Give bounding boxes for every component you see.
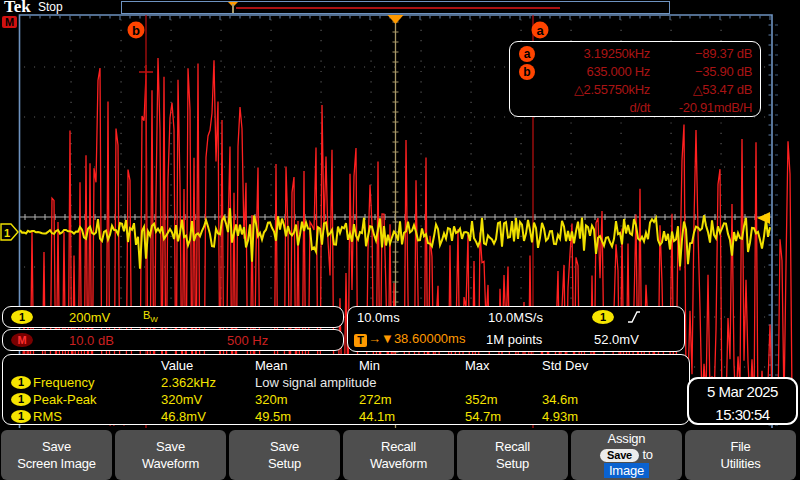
svg-text:b: b (132, 23, 140, 38)
svg-text:a: a (536, 23, 544, 38)
measurement-row-peakpeak: 1 Peak-Peak 320mV 320m 272m 352m 34.6m (3, 392, 689, 408)
save-screen-image-button[interactable]: SaveScreen Image (1, 430, 112, 480)
softkey-menu-bar: SaveScreen Image SaveWaveform SaveSetup … (0, 428, 800, 480)
measurement-max: 54.7m (465, 409, 501, 424)
measurement-row-rms: 1 RMS 46.8mV 49.5m 44.1m 54.7m 4.93m (3, 409, 689, 425)
timebase: 10.0ms (357, 310, 400, 325)
measurement-row-frequency: 1 Frequency 2.362kHz Low signal amplitud… (3, 375, 689, 391)
measurement-std: 34.6m (542, 392, 578, 407)
header-min: Min (359, 358, 380, 373)
measurement-value: 46.8mV (161, 409, 206, 424)
trigger-delay: T→▼38.60000ms (354, 331, 465, 347)
cursor-a-frequency: 3.19250kHz (584, 46, 650, 61)
record-math-window-line (236, 7, 560, 9)
row-source-badge: 1 (11, 410, 31, 423)
rising-edge-icon (626, 309, 642, 325)
channel1-readout-bar: 1 200mV BW (2, 306, 344, 328)
recall-setup-button[interactable]: RecallSetup (457, 430, 568, 480)
measurement-min: 44.1m (359, 409, 395, 424)
math-badge: M (11, 333, 33, 347)
record-view-bar (121, 1, 670, 14)
cursor-b-badge-icon: b (519, 64, 535, 80)
cursor-slope-row: d/dt -20.91mdB/H (510, 99, 760, 117)
svg-text:1: 1 (4, 227, 10, 239)
measurement-value: 2.362kHz (161, 375, 216, 390)
measurement-mean: 320m (255, 392, 288, 407)
measurement-name: Peak-Peak (33, 392, 97, 407)
record-length: 1M points (486, 332, 542, 347)
header-max: Max (465, 358, 490, 373)
recall-waveform-button[interactable]: RecallWaveform (343, 430, 454, 480)
cursor-b-row: b 635.000 Hz −35.90 dB (510, 63, 760, 81)
acquisition-status: Stop (38, 0, 63, 14)
save-key-icon: Save (600, 449, 639, 462)
cursor-delta-frequency: △2.55750kHz (574, 82, 650, 97)
oscilloscope-screen: Tek Stop baM1 a 3.19250kHz −89.37 dB b 6… (0, 0, 800, 480)
measurement-note: Low signal amplitude (255, 375, 376, 390)
file-utilities-button[interactable]: FileUtilities (685, 430, 796, 480)
horizontal-trigger-box: 10.0ms 10.0MS/s 1 T→▼38.60000ms 1M point… (347, 306, 685, 352)
measurement-mean: 49.5m (255, 409, 291, 424)
measurement-name: RMS (33, 409, 62, 424)
measurement-std: 4.93m (542, 409, 578, 424)
record-trigger-line (232, 4, 234, 13)
math-frequency-scale: 500 Hz (227, 333, 268, 348)
svg-text:M: M (5, 16, 14, 28)
bandwidth-limit-icon: BW (143, 309, 158, 324)
datetime-box: 5 Mar 2025 15:30:54 (687, 377, 798, 425)
measurement-max: 352m (465, 392, 498, 407)
math-scale: 10.0 dB (69, 333, 114, 348)
trigger-source-badge: 1 (592, 310, 614, 324)
cursor-a-badge-icon: a (519, 46, 535, 62)
header-value: Value (161, 358, 193, 373)
cursor-readout-box: a 3.19250kHz −89.37 dB b 635.000 Hz −35.… (509, 41, 761, 117)
math-readout-bar: M 10.0 dB 500 Hz (2, 329, 344, 351)
cursor-slope-label: d/dt (630, 100, 650, 115)
trigger-level: 52.0mV (594, 332, 639, 347)
measurement-min: 272m (359, 392, 392, 407)
delay-arrows-icon: →▼ (368, 331, 394, 346)
time-label: 15:30:54 (689, 404, 796, 425)
channel1-scale: 200mV (69, 310, 110, 325)
row-source-badge: 1 (11, 376, 31, 389)
measurement-value: 320mV (161, 392, 202, 407)
assign-save-button[interactable]: Assign Save to Image (571, 430, 682, 480)
channel1-badge: 1 (11, 310, 33, 324)
delay-value: 38.60000ms (394, 331, 466, 346)
assign-target-highlight: Image (604, 463, 649, 478)
cursor-b-frequency: 635.000 Hz (587, 64, 651, 79)
trigger-t-badge-icon: T (354, 334, 367, 347)
cursor-delta-row: △2.55750kHz △53.47 dB (510, 81, 760, 99)
header-mean: Mean (255, 358, 288, 373)
sample-rate: 10.0MS/s (488, 310, 543, 325)
date-label: 5 Mar 2025 (689, 381, 796, 402)
save-setup-button[interactable]: SaveSetup (229, 430, 340, 480)
cursor-delta-amplitude: △53.47 dB (693, 82, 752, 97)
measurement-name: Frequency (33, 375, 94, 390)
save-waveform-button[interactable]: SaveWaveform (115, 430, 226, 480)
cursor-slope-value: -20.91mdB/H (679, 100, 752, 115)
cursor-a-row: a 3.19250kHz −89.37 dB (510, 45, 760, 63)
measurement-table: Value Mean Min Max Std Dev 1 Frequency 2… (2, 354, 690, 425)
cursor-a-amplitude: −89.37 dB (695, 46, 752, 61)
cursor-b-amplitude: −35.90 dB (695, 64, 752, 79)
row-source-badge: 1 (11, 393, 31, 406)
top-bar: Tek Stop (0, 0, 800, 14)
header-stddev: Std Dev (542, 358, 588, 373)
